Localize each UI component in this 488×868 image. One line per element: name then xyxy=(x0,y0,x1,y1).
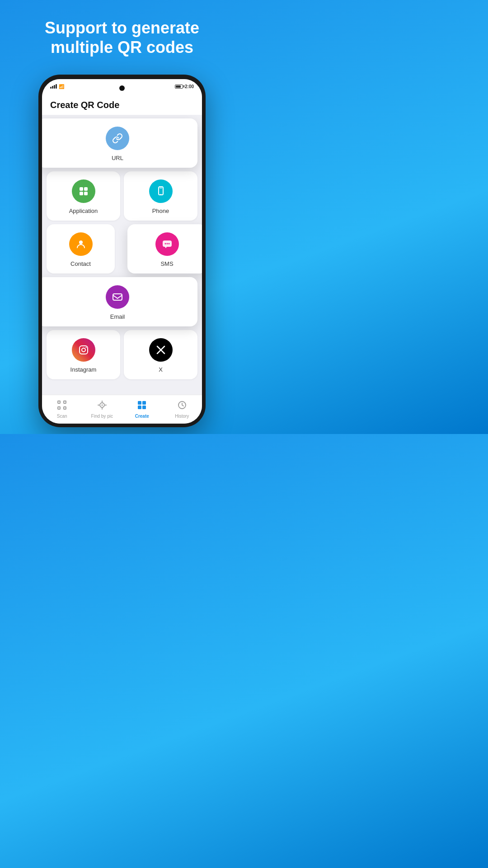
wifi-icon: 📶 xyxy=(59,84,64,89)
svg-point-26 xyxy=(101,405,103,406)
app-header-title: Create QR Code xyxy=(50,100,194,110)
svg-rect-21 xyxy=(58,401,60,403)
battery-icon xyxy=(175,85,183,89)
status-right: 2:00 xyxy=(175,84,194,89)
hero-section: Support to generate multiple QR codes xyxy=(0,0,244,66)
grid-card-x[interactable]: X xyxy=(124,330,197,379)
instagram-label: Instagram xyxy=(70,366,97,373)
svg-rect-16 xyxy=(113,294,122,300)
phone-shell: 📶 2:00 Create QR Code xyxy=(38,75,206,427)
status-bar: 📶 2:00 xyxy=(42,79,202,94)
svg-rect-7 xyxy=(84,192,88,195)
svg-point-11 xyxy=(79,241,83,244)
svg-point-20 xyxy=(85,347,86,348)
nav-create[interactable]: Create xyxy=(122,400,162,419)
svg-rect-22 xyxy=(64,401,66,403)
phone-icon-circle xyxy=(149,179,173,203)
svg-rect-30 xyxy=(142,406,146,409)
create-nav-icon xyxy=(137,400,147,412)
svg-rect-4 xyxy=(80,187,83,191)
grid-card-contact[interactable]: Contact xyxy=(47,224,115,274)
grid-row-3: Contact SMS xyxy=(47,224,197,274)
svg-rect-27 xyxy=(138,401,141,405)
bottom-nav: Scan Find by pic xyxy=(42,395,202,424)
phone-screen: 📶 2:00 Create QR Code xyxy=(42,79,202,424)
sms-icon-circle xyxy=(155,232,179,256)
camera-hole xyxy=(119,85,125,91)
grid-card-email[interactable]: Email xyxy=(42,277,197,326)
email-label: Email xyxy=(110,313,125,320)
svg-rect-5 xyxy=(84,187,88,191)
grid-card-instagram[interactable]: Instagram xyxy=(47,330,120,379)
svg-point-14 xyxy=(166,243,168,245)
create-nav-label: Create xyxy=(135,414,149,419)
nav-find-by-pic[interactable]: Find by pic xyxy=(82,400,122,419)
svg-point-9 xyxy=(160,194,161,195)
email-icon-circle xyxy=(106,285,129,309)
phone-label: Phone xyxy=(152,208,169,214)
url-icon-circle xyxy=(106,127,129,150)
contact-label: Contact xyxy=(70,260,91,267)
grid-row-5: Instagram X xyxy=(47,330,197,379)
grid-card-sms[interactable]: SMS xyxy=(127,224,202,274)
x-label: X xyxy=(159,366,163,373)
instagram-icon-circle xyxy=(72,338,95,362)
app-header: Create QR Code xyxy=(42,94,202,115)
url-label: URL xyxy=(112,155,123,161)
history-nav-label: History xyxy=(175,414,189,419)
svg-rect-28 xyxy=(142,401,146,405)
signal-icon xyxy=(50,84,57,89)
svg-rect-29 xyxy=(138,406,141,409)
time-display: 2:00 xyxy=(185,84,194,89)
svg-point-15 xyxy=(168,243,169,245)
grid-card-url[interactable]: URL xyxy=(42,118,197,168)
scan-nav-label: Scan xyxy=(57,414,67,419)
svg-point-13 xyxy=(164,243,166,245)
grid-card-phone[interactable]: Phone xyxy=(124,171,197,221)
status-left: 📶 xyxy=(50,84,64,89)
history-nav-icon xyxy=(177,400,187,412)
scan-nav-icon xyxy=(57,400,67,412)
hero-title: Support to generate multiple QR codes xyxy=(0,0,244,66)
app-icon-circle xyxy=(72,179,95,203)
grid-row-2: Application Phone xyxy=(47,171,197,221)
x-icon-circle xyxy=(149,338,173,362)
svg-rect-23 xyxy=(58,407,60,409)
svg-point-19 xyxy=(82,348,85,352)
sms-label: SMS xyxy=(160,260,173,267)
find-by-pic-nav-label: Find by pic xyxy=(91,414,113,419)
application-label: Application xyxy=(69,208,98,214)
grid-content: URL Text xyxy=(42,115,202,395)
grid-row-1: URL Text xyxy=(47,118,197,168)
grid-row-4: Email f Facebook xyxy=(47,277,197,326)
svg-rect-6 xyxy=(80,192,83,195)
svg-rect-24 xyxy=(64,407,66,409)
nav-history[interactable]: History xyxy=(162,400,202,419)
svg-rect-10 xyxy=(160,188,162,189)
phone-mockup: 📶 2:00 Create QR Code xyxy=(38,75,206,427)
nav-scan[interactable]: Scan xyxy=(42,400,82,419)
find-by-pic-nav-icon xyxy=(97,400,107,412)
grid-card-application[interactable]: Application xyxy=(47,171,120,221)
contact-icon-circle xyxy=(69,232,93,256)
